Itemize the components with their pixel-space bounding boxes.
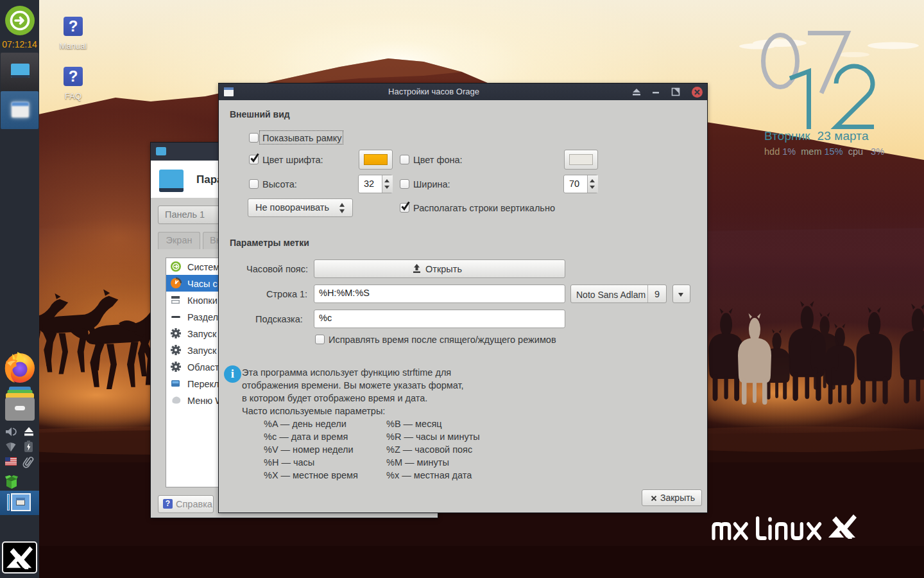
svg-text:hdd 1% mem 15% cpu 3%: hdd 1% mem 15% cpu 3% <box>764 146 884 157</box>
svg-text:Вторник 23 марта: Вторник 23 марта <box>764 129 869 143</box>
